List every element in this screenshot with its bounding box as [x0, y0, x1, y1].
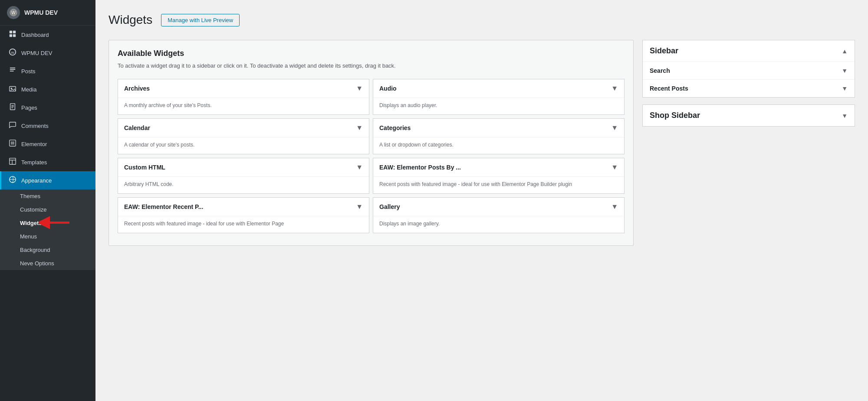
- appearance-label: Appearance: [21, 177, 52, 184]
- sidebar-widget-panel: Sidebar ▲ Search ▼ Recent Posts ▼: [642, 40, 855, 98]
- sidebar-panel-header[interactable]: Sidebar ▲: [643, 40, 855, 62]
- sidebar-item-media[interactable]: Media: [0, 80, 95, 98]
- widget-categories-label: Categories: [379, 124, 411, 131]
- sidebar-widget-search[interactable]: Search ▼: [643, 62, 855, 79]
- sidebar-item-posts[interactable]: Posts: [0, 62, 95, 80]
- widget-eaw-recent-desc: Recent posts with featured image - ideal…: [118, 216, 369, 233]
- live-preview-button[interactable]: Manage with Live Preview: [161, 14, 240, 26]
- widget-calendar-header[interactable]: Calendar ▼: [118, 119, 369, 137]
- sidebar-panel-chevron-up: ▲: [842, 48, 848, 55]
- sidebar-subitem-themes[interactable]: Themes: [0, 189, 95, 203]
- widget-audio-chevron: ▼: [611, 85, 618, 92]
- widget-eaw-recent-label: EAW: Elementor Recent P...: [124, 203, 203, 210]
- widget-gallery-header[interactable]: Gallery ▼: [373, 198, 624, 216]
- content-layout: Available Widgets To activate a widget d…: [108, 40, 855, 246]
- widget-archives-chevron: ▼: [356, 85, 363, 92]
- sidebar-subitem-neve-options[interactable]: Neve Options: [0, 257, 95, 270]
- dashboard-icon: [8, 30, 17, 39]
- admin-sidebar: W WPMU DEV Dashboard W WPMU DEV Posts Me…: [0, 0, 95, 401]
- sidebar-widget-recent-posts-chevron: ▼: [842, 85, 848, 92]
- templates-icon: [8, 157, 17, 167]
- widget-calendar-label: Calendar: [124, 124, 150, 131]
- page-title: Widgets: [108, 13, 152, 27]
- widget-eaw-recent[interactable]: EAW: Elementor Recent P... ▼ Recent post…: [118, 197, 369, 233]
- widget-eaw-recent-chevron: ▼: [356, 203, 363, 211]
- widget-audio-header[interactable]: Audio ▼: [373, 79, 624, 98]
- widget-eaw-posts-header[interactable]: EAW: Elementor Posts By ... ▼: [373, 158, 624, 177]
- svg-rect-9: [10, 69, 16, 70]
- shop-sidebar-panel: Shop Sidebar ▼: [642, 104, 855, 127]
- posts-label: Posts: [21, 68, 36, 75]
- widget-custom-html-desc: Arbitrary HTML code.: [118, 177, 369, 193]
- widget-custom-html-header[interactable]: Custom HTML ▼: [118, 158, 369, 177]
- sidebar-subitem-background[interactable]: Background: [0, 243, 95, 257]
- sidebar-subitem-widgets[interactable]: Widgets: [0, 216, 95, 230]
- widget-custom-html[interactable]: Custom HTML ▼ Arbitrary HTML code.: [118, 158, 369, 194]
- site-name: WPMU DEV: [24, 9, 58, 16]
- available-widgets-title: Available Widgets: [118, 49, 625, 58]
- sidebar-item-templates[interactable]: Templates: [0, 153, 95, 171]
- sidebar-widget-recent-posts[interactable]: Recent Posts ▼: [643, 79, 855, 97]
- svg-rect-3: [13, 31, 16, 33]
- sidebar-panel-title: Sidebar: [650, 46, 678, 55]
- widget-gallery-label: Gallery: [379, 203, 400, 210]
- widget-archives-header[interactable]: Archives ▼: [118, 79, 369, 98]
- widget-gallery-desc: Displays an image gallery.: [373, 216, 624, 233]
- shop-sidebar-panel-header[interactable]: Shop Sidebar ▼: [643, 105, 855, 126]
- widget-archives[interactable]: Archives ▼ A monthly archive of your sit…: [118, 79, 369, 115]
- pages-label: Pages: [21, 104, 37, 111]
- comments-icon: [8, 121, 17, 130]
- widget-eaw-posts-label: EAW: Elementor Posts By ...: [379, 164, 461, 171]
- widget-audio[interactable]: Audio ▼ Displays an audio player.: [373, 79, 625, 115]
- widget-eaw-posts-desc: Recent posts with featured image - ideal…: [373, 177, 624, 193]
- svg-rect-4: [10, 34, 12, 37]
- shop-sidebar-title: Shop Sidebar: [650, 111, 700, 120]
- main-content: Widgets Manage with Live Preview Availab…: [95, 0, 868, 401]
- sidebar-item-elementor[interactable]: Elementor: [0, 135, 95, 153]
- available-widgets-panel: Available Widgets To activate a widget d…: [108, 40, 634, 246]
- widget-eaw-posts-chevron: ▼: [611, 163, 618, 171]
- svg-text:W: W: [11, 10, 16, 15]
- comments-label: Comments: [21, 123, 49, 129]
- widget-categories-desc: A list or dropdown of categories.: [373, 137, 624, 154]
- widget-calendar[interactable]: Calendar ▼ A calendar of your site's pos…: [118, 118, 369, 154]
- wpmu-label: WPMU DEV: [21, 50, 53, 56]
- sidebar-item-pages[interactable]: Pages: [0, 98, 95, 117]
- widgets-grid: Archives ▼ A monthly archive of your sit…: [118, 79, 625, 237]
- widget-categories-header[interactable]: Categories ▼: [373, 119, 624, 137]
- widget-calendar-desc: A calendar of your site's posts.: [118, 137, 369, 154]
- sidebar-item-comments[interactable]: Comments: [0, 117, 95, 135]
- sidebar-widget-recent-posts-label: Recent Posts: [650, 85, 688, 92]
- svg-text:W: W: [11, 51, 14, 55]
- wpmu-icon: W: [8, 48, 17, 58]
- widget-categories[interactable]: Categories ▼ A list or dropdown of categ…: [373, 118, 625, 154]
- sidebar-widget-search-label: Search: [650, 67, 670, 74]
- widget-calendar-chevron: ▼: [356, 124, 363, 132]
- red-arrow-icon: [39, 215, 74, 231]
- svg-point-12: [11, 88, 13, 89]
- site-logo[interactable]: W WPMU DEV: [0, 0, 95, 26]
- widget-eaw-recent-header[interactable]: EAW: Elementor Recent P... ▼: [118, 198, 369, 216]
- sidebar-item-appearance[interactable]: Appearance: [0, 171, 95, 189]
- sidebar-item-wpmu[interactable]: W WPMU DEV: [0, 44, 95, 62]
- page-header: Widgets Manage with Live Preview: [108, 13, 855, 27]
- widget-gallery-chevron: ▼: [611, 203, 618, 211]
- widget-audio-label: Audio: [379, 85, 397, 92]
- widget-audio-desc: Displays an audio player.: [373, 98, 624, 114]
- elementor-icon: [8, 139, 17, 149]
- dashboard-label: Dashboard: [21, 32, 49, 38]
- widget-archives-label: Archives: [124, 85, 150, 92]
- widget-eaw-posts[interactable]: EAW: Elementor Posts By ... ▼ Recent pos…: [373, 158, 625, 194]
- elementor-label: Elementor: [21, 141, 47, 147]
- right-panel: Sidebar ▲ Search ▼ Recent Posts ▼: [642, 40, 855, 127]
- sidebar-subitem-menus[interactable]: Menus: [0, 230, 95, 243]
- media-label: Media: [21, 86, 36, 93]
- widget-gallery[interactable]: Gallery ▼ Displays an image gallery.: [373, 197, 625, 233]
- widget-custom-html-chevron: ▼: [356, 163, 363, 171]
- svg-rect-8: [10, 68, 16, 68]
- sidebar-panel-body: Search ▼ Recent Posts ▼: [643, 62, 855, 97]
- shop-sidebar-chevron: ▼: [842, 112, 848, 119]
- svg-rect-2: [10, 31, 12, 33]
- sidebar-item-dashboard[interactable]: Dashboard: [0, 26, 95, 44]
- svg-rect-5: [13, 34, 16, 37]
